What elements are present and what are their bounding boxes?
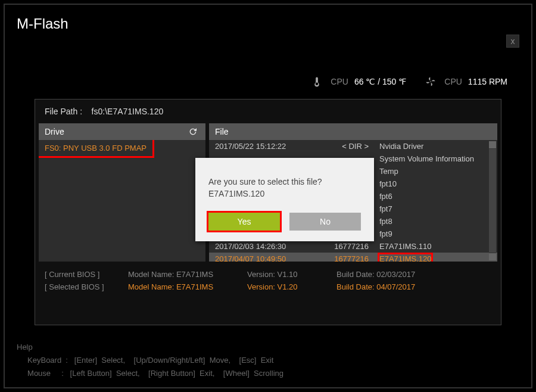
build-label: Build Date: [336,282,375,291]
help-area: Help KeyBoard : [Enter] Select, [Up/Down… [17,341,283,380]
help-mouse: Mouse : [Left Button] Select, [Right But… [17,367,283,380]
help-title: Help [17,341,283,354]
drive-header: Drive [39,123,205,140]
refresh-icon[interactable] [186,127,200,136]
file-header: File [209,123,497,140]
fan-icon [425,76,436,87]
file-name: E7A71IMS.110 [379,242,491,251]
page-title: M-Flash [5,5,531,38]
drive-column: Drive FS0: PNY USB 3.0 FD PMAP [39,123,205,262]
file-name: System Volume Information [379,154,491,163]
file-path-label: File Path : [45,107,82,116]
yes-button[interactable]: Yes [208,213,280,231]
selected-build: 04/07/2017 [376,282,415,291]
bios-info: [ Current BIOS ] Model Name: E7A71IMS Ve… [35,262,501,291]
file-date: 2017/02/03 14:26:30 [215,242,310,251]
drive-list: FS0: PNY USB 3.0 FD PMAP [39,140,205,262]
file-path-value: fs0:\E7A71IMS.120 [92,107,164,116]
file-name-highlight: E7A71IMS.120 [379,254,431,262]
file-name: fpt7 [379,204,491,213]
close-button[interactable]: x [506,35,519,48]
selected-version: V1.20 [278,282,298,291]
file-scrollbar[interactable] [489,141,496,260]
file-date: 2017/05/22 15:12:22 [215,142,310,151]
file-name: fpt6 [379,192,491,201]
cpu-fan-value: 1115 RPM [468,77,507,86]
yes-button-highlight: Yes [208,213,280,231]
cpu-temp-label: CPU [331,77,348,86]
status-bar: CPU 66 ℃ / 150 ℉ CPU 1115 RPM [311,76,507,87]
drive-item[interactable]: FS0: PNY USB 3.0 FD PMAP [39,140,152,156]
cpu-temp-value: 66 ℃ / 150 ℉ [354,77,406,86]
model-label: Model Name: [128,282,174,291]
current-build: 02/03/2017 [376,270,415,279]
confirm-dialog: Are you sure to select this file? E7A71I… [195,158,374,241]
drive-header-label: Drive [45,127,64,136]
file-name: Nvidia Driver [379,142,491,151]
file-row[interactable]: 2017/02/03 14:26:3016777216E7A71IMS.110 [209,240,497,253]
file-name: Temp [379,167,491,176]
file-row[interactable]: 2017/04/07 10:49:5016777216E7A71IMS.120 [209,253,497,262]
window-frame: M-Flash x CPU 66 ℃ / 150 ℉ CPU 1115 RPM … [4,4,532,388]
dialog-filename: E7A71IMS.120 [208,189,361,198]
file-size: 16777216 [321,242,369,251]
current-version: V1.10 [278,270,298,279]
file-name: E7A71IMS.120 [379,254,491,262]
file-name: fpt9 [379,229,491,238]
version-label: Version: [247,282,275,291]
close-icon: x [511,36,515,46]
selected-bios-label: [ Selected BIOS ] [45,282,128,291]
thermometer-icon [311,76,322,87]
file-size: < DIR > [321,142,369,151]
build-label: Build Date: [336,270,375,279]
file-date: 2017/04/07 10:49:50 [215,254,310,262]
model-label: Model Name: [128,270,174,279]
file-size: 16777216 [321,254,369,262]
selected-model: E7A71IMS [176,282,213,291]
cpu-fan-label: CPU [444,77,462,86]
file-name: fpt10 [379,179,491,188]
file-row[interactable]: 2017/05/22 15:12:22< DIR >Nvidia Driver [209,140,497,153]
current-bios-label: [ Current BIOS ] [45,270,128,279]
file-path-row: File Path : fs0:\E7A71IMS.120 [35,99,501,123]
current-model: E7A71IMS [176,270,213,279]
help-keyboard: KeyBoard : [Enter] Select, [Up/Down/Righ… [17,354,283,367]
file-name: fpt8 [379,217,491,226]
no-button[interactable]: No [289,213,361,231]
dialog-message: Are you sure to select this file? [208,177,361,186]
file-header-label: File [215,127,229,136]
version-label: Version: [247,270,275,279]
